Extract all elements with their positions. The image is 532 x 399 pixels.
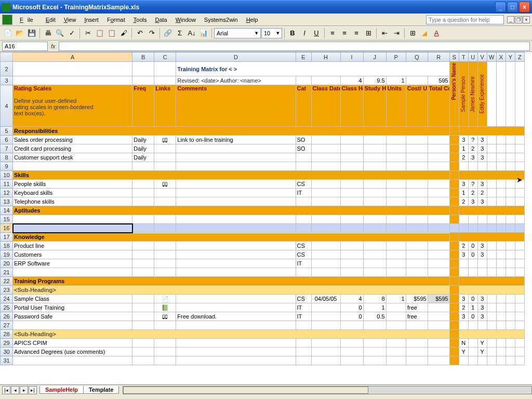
save-button[interactable]: 💾	[26, 28, 37, 39]
menu-insert[interactable]: Insert	[80, 15, 103, 24]
doc-close-button[interactable]: ×	[523, 16, 530, 23]
col-Z[interactable]: Z	[515, 52, 524, 62]
borders-button[interactable]: ⊞	[407, 28, 418, 39]
col-I[interactable]: I	[340, 52, 363, 62]
col-Y[interactable]: Y	[506, 52, 515, 62]
align-right-button[interactable]: ≡	[351, 28, 362, 39]
tab-first-button[interactable]: |◂	[2, 386, 10, 394]
menu-format[interactable]: Format	[103, 15, 129, 24]
tab-samplehelp[interactable]: SampleHelp	[39, 386, 84, 394]
row-5[interactable]: 5Responsibilities	[1, 127, 525, 136]
sort-button[interactable]: A↓	[186, 28, 197, 39]
select-all-corner[interactable]	[1, 52, 13, 62]
col-J[interactable]: J	[363, 52, 386, 62]
row-4[interactable]: 4 Rating Scales Define your user-defined…	[1, 85, 525, 127]
fx-icon[interactable]: fx	[51, 43, 56, 49]
menu-systems2win[interactable]: Systems2win	[200, 15, 242, 24]
font-select[interactable]: Arial▾	[214, 28, 261, 38]
col-D[interactable]: D	[176, 52, 296, 62]
row-25[interactable]: 25Portal User Training📗IT01free213	[1, 303, 525, 312]
col-E[interactable]: E	[296, 52, 311, 62]
align-left-button[interactable]: ≡	[327, 28, 338, 39]
align-center-button[interactable]: ≡	[339, 28, 350, 39]
row-23[interactable]: 23<Sub-Heading>	[1, 286, 525, 295]
font-size-select[interactable]: 10▾	[261, 28, 282, 38]
row-18[interactable]: 18Product lineCS203	[1, 242, 525, 250]
row-6[interactable]: 6Sales order processingDaily🕮Link to on-…	[1, 136, 525, 144]
menu-tools[interactable]: Tools	[129, 15, 151, 24]
doc-restore-button[interactable]: ❐	[515, 16, 522, 23]
row-20[interactable]: 20ERP SoftwareIT	[1, 259, 525, 268]
col-P[interactable]: P	[386, 52, 406, 62]
close-button[interactable]: ×	[519, 2, 530, 12]
col-U[interactable]: U	[468, 52, 477, 62]
row-15[interactable]: 15	[1, 215, 525, 224]
indent-inc-button[interactable]: ⇥	[391, 28, 402, 39]
row-29[interactable]: 29APICS CPIMNY	[1, 339, 525, 348]
open-button[interactable]: 📂	[14, 28, 25, 39]
row-3[interactable]: 3 Revised: <date> Author: <name> 4 9.5 1…	[1, 76, 525, 85]
underline-button[interactable]: U	[311, 28, 322, 39]
menu-file[interactable]: File	[16, 15, 42, 24]
col-B[interactable]: B	[132, 52, 154, 62]
row-27[interactable]: 27	[1, 321, 525, 330]
col-V[interactable]: V	[477, 52, 487, 62]
col-C[interactable]: C	[154, 52, 176, 62]
col-X[interactable]: X	[496, 52, 506, 62]
font-color-button[interactable]: A	[431, 28, 442, 39]
col-S[interactable]: S	[449, 52, 459, 62]
row-9[interactable]: 9	[1, 162, 525, 171]
menu-edit[interactable]: Edit	[42, 15, 60, 24]
row-31[interactable]: 31	[1, 356, 525, 365]
row-21[interactable]: 21	[1, 268, 525, 277]
doc-min-button[interactable]: _	[507, 16, 514, 23]
autosum-button[interactable]: Σ	[174, 28, 185, 39]
row-26[interactable]: 26Password Safe🕮Free download.IT00.5free…	[1, 312, 525, 321]
row-14[interactable]: 14Aptitudes	[1, 206, 525, 215]
menu-view[interactable]: View	[60, 15, 81, 24]
col-H[interactable]: H	[311, 52, 340, 62]
tab-next-button[interactable]: ▸	[20, 386, 28, 394]
spell-button[interactable]: ✓	[66, 28, 77, 39]
help-search[interactable]	[426, 15, 504, 24]
col-T[interactable]: T	[459, 52, 468, 62]
col-R[interactable]: R	[428, 52, 449, 62]
row-30[interactable]: 30Advanced Degrees (use comments)YY	[1, 348, 525, 356]
hyperlink-button[interactable]: 🔗	[162, 28, 174, 39]
row-7[interactable]: 7Credit card processingDailySO123	[1, 144, 525, 153]
row-22[interactable]: 22Training Programs	[1, 277, 525, 286]
row-16[interactable]: 16	[1, 224, 525, 233]
italic-button[interactable]: I	[299, 28, 310, 39]
row-10[interactable]: 10Skills	[1, 171, 525, 180]
col-Q[interactable]: Q	[406, 52, 428, 62]
row-8[interactable]: 8Customer support deskDaily233	[1, 153, 525, 162]
redo-button[interactable]: ↷	[146, 28, 157, 39]
merge-button[interactable]: ⊞	[363, 28, 374, 39]
fill-color-button[interactable]: ◢	[419, 28, 430, 39]
bold-button[interactable]: B	[287, 28, 298, 39]
tab-last-button[interactable]: ▸|	[29, 386, 37, 394]
spreadsheet-grid[interactable]: ➤ A B C D E H I J P Q R S T U V W X Y Z …	[0, 52, 532, 384]
menu-window[interactable]: Window	[171, 15, 200, 24]
row-17[interactable]: 17Knowledge	[1, 233, 525, 242]
formula-bar[interactable]	[59, 42, 530, 51]
row-2[interactable]: 2 Training Matrix for < > Person's Name …	[1, 62, 525, 76]
print-button[interactable]: 🖶	[42, 28, 54, 39]
undo-button[interactable]: ↶	[134, 28, 145, 39]
row-24[interactable]: 24Sample Class📄CS04/05/05481$595$595303	[1, 295, 525, 303]
format-painter-button[interactable]: 🖌	[118, 28, 129, 39]
maximize-button[interactable]: □	[507, 2, 518, 12]
horizontal-scrollbar[interactable]	[123, 386, 532, 394]
new-button[interactable]: 📄	[2, 28, 14, 39]
tab-template[interactable]: Template	[83, 386, 119, 394]
menu-help[interactable]: Help	[242, 15, 262, 24]
print-preview-button[interactable]: 🔍	[54, 28, 65, 39]
row-13[interactable]: 13Telephone skills233	[1, 197, 525, 206]
chart-button[interactable]: 📊	[198, 28, 209, 39]
cut-button[interactable]: ✂	[82, 28, 94, 39]
row-12[interactable]: 12Keyboard skillsIT122	[1, 189, 525, 197]
col-A[interactable]: A	[13, 52, 132, 62]
tab-prev-button[interactable]: ◂	[11, 386, 19, 394]
name-box[interactable]	[2, 42, 48, 51]
paste-button[interactable]: 📋	[106, 28, 117, 39]
